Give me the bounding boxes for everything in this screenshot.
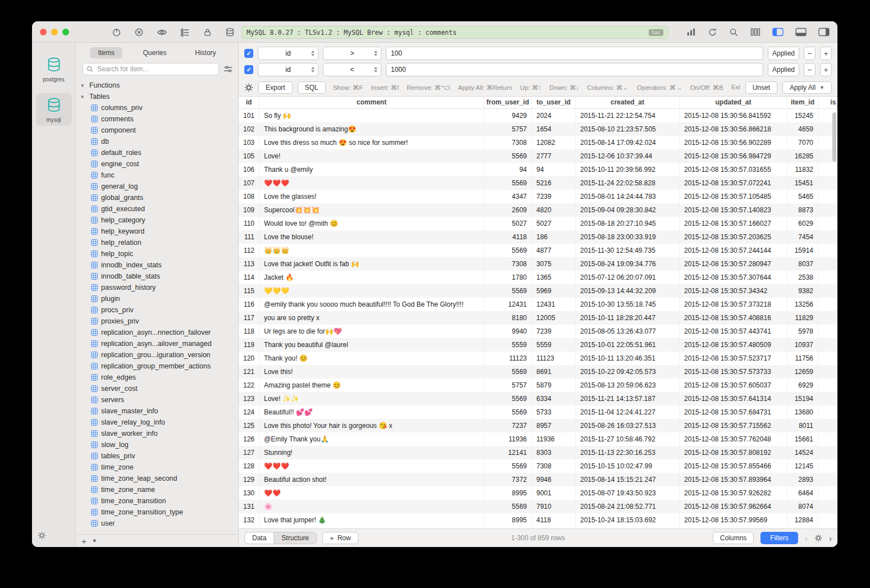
- cell-comment[interactable]: Supercool💥💥💥: [259, 203, 484, 217]
- cell-to_user_id[interactable]: 4118: [532, 513, 576, 527]
- sidebar-table-item[interactable]: plugin: [76, 293, 238, 304]
- cell-item_id[interactable]: 4659: [787, 122, 818, 136]
- close-window-button[interactable]: [40, 29, 47, 35]
- cell-item_id[interactable]: 6929: [787, 379, 818, 392]
- cell-to_user_id[interactable]: 5879: [532, 379, 576, 392]
- sidebar-table-item[interactable]: user: [76, 518, 238, 529]
- cell-updated_at[interactable]: 2015-12-08 15:30:57.166027: [680, 217, 787, 230]
- cell-id[interactable]: 106: [239, 163, 259, 176]
- next-page-icon[interactable]: ›: [829, 534, 832, 543]
- cell-updated_at[interactable]: 2015-12-08 15:30:56.902289: [680, 136, 787, 149]
- cell-is_[interactable]: [818, 284, 837, 298]
- remove-filter-button[interactable]: −: [804, 47, 816, 60]
- cell-comment[interactable]: Love this!: [259, 365, 484, 379]
- cell-created_at[interactable]: 2015-11-13 22:30:16.253: [576, 446, 680, 459]
- tab-history[interactable]: History: [187, 47, 224, 58]
- cell-updated_at[interactable]: 2015-12-08 15:30:57.573733: [680, 365, 787, 379]
- cell-updated_at[interactable]: 2015-12-08 15:30:57.031655: [680, 163, 787, 176]
- structure-tab[interactable]: Structure: [274, 532, 316, 544]
- cell-id[interactable]: 125: [239, 419, 259, 432]
- cell-comment[interactable]: @emily thank you soooo much beautiful!!!…: [259, 298, 484, 311]
- cell-item_id[interactable]: 10937: [787, 338, 818, 352]
- cell-item_id[interactable]: 8011: [787, 419, 818, 432]
- cell-id[interactable]: 121: [239, 365, 259, 379]
- cell-to_user_id[interactable]: 7239: [532, 190, 576, 203]
- sidebar-table-item[interactable]: component: [76, 125, 238, 136]
- cell-to_user_id[interactable]: 11123: [532, 352, 576, 365]
- cell-to_user_id[interactable]: 5733: [532, 405, 576, 419]
- cell-item_id[interactable]: 11756: [787, 352, 818, 365]
- cell-created_at[interactable]: 2015-08-07 19:43:50.923: [576, 486, 680, 500]
- cell-from_user_id[interactable]: 12141: [484, 446, 532, 459]
- add-item-icon[interactable]: +: [81, 537, 86, 545]
- cell-created_at[interactable]: 2015-11-21 14:13:57.187: [576, 392, 680, 405]
- sidebar-table-item[interactable]: gtid_executed: [76, 203, 238, 215]
- data-tab[interactable]: Data: [245, 532, 274, 544]
- cell-id[interactable]: 123: [239, 392, 259, 405]
- cell-created_at[interactable]: 2015-08-24 19:09:34.776: [576, 257, 680, 271]
- cell-comment[interactable]: @Emily Thank you🙏: [259, 432, 484, 446]
- sidebar-table-item[interactable]: slave_master_info: [76, 405, 238, 417]
- cell-item_id[interactable]: 6029: [787, 217, 818, 230]
- cell-item_id[interactable]: 6464: [787, 486, 818, 500]
- cell-to_user_id[interactable]: 1365: [532, 271, 576, 284]
- cell-from_user_id[interactable]: 94: [484, 163, 532, 176]
- cell-updated_at[interactable]: 2015-12-08 15:30:57.34342: [680, 284, 787, 298]
- cell-item_id[interactable]: 9382: [787, 284, 818, 298]
- cell-id[interactable]: 109: [239, 203, 259, 217]
- cell-item_id[interactable]: 5465: [787, 190, 818, 203]
- cell-comment[interactable]: ❤️❤️: [259, 486, 484, 500]
- cell-to_user_id[interactable]: 8957: [532, 419, 576, 432]
- cell-id[interactable]: 132: [239, 513, 259, 527]
- cell-id[interactable]: 105: [239, 149, 259, 163]
- sidebar-table-item[interactable]: proxies_priv: [76, 316, 238, 327]
- cell-id[interactable]: 113: [239, 257, 259, 271]
- cell-from_user_id[interactable]: 5569: [484, 244, 532, 257]
- cell-item_id[interactable]: 2893: [787, 473, 818, 486]
- cell-comment[interactable]: So fly 🙌: [259, 109, 484, 122]
- cell-created_at[interactable]: 2015-11-30 12:54:49.735: [576, 244, 680, 257]
- cell-created_at[interactable]: 2015-08-13 20:59:06.623: [576, 379, 680, 392]
- power-icon[interactable]: [112, 28, 121, 37]
- eye-icon[interactable]: [157, 28, 167, 37]
- cell-updated_at[interactable]: 2015-12-08 15:30:57.523717: [680, 352, 787, 365]
- cell-from_user_id[interactable]: 5569: [484, 405, 532, 419]
- cell-item_id[interactable]: 15245: [787, 109, 818, 122]
- sidebar-table-item[interactable]: replication_asyn...nnection_failover: [76, 327, 238, 338]
- search-icon[interactable]: [729, 28, 739, 37]
- cell-updated_at[interactable]: 2015-12-08 15:30:57.072241: [680, 176, 787, 190]
- cell-from_user_id[interactable]: 11936: [484, 432, 532, 446]
- cell-from_user_id[interactable]: 5569: [484, 284, 532, 298]
- cell-updated_at[interactable]: 2015-12-08 15:30:57.99569: [680, 513, 787, 527]
- cell-id[interactable]: 131: [239, 500, 259, 513]
- cell-created_at[interactable]: 2015-11-27 10:58:46.792: [576, 432, 680, 446]
- chevron-down-icon[interactable]: ▼: [92, 538, 97, 544]
- tab-items[interactable]: Items: [90, 47, 122, 58]
- sidebar-table-item[interactable]: help_category: [76, 215, 238, 226]
- cell-id[interactable]: 124: [239, 405, 259, 419]
- cell-id[interactable]: 128: [239, 459, 259, 473]
- cell-comment[interactable]: Ur legs are to die for🙌💖: [259, 325, 484, 338]
- cell-to_user_id[interactable]: 1654: [532, 122, 576, 136]
- cell-comment[interactable]: Would love to! @mith 😊: [259, 217, 484, 230]
- column-header-from_user_id[interactable]: from_user_id: [484, 97, 532, 109]
- sidebar-table-item[interactable]: slow_log: [76, 439, 238, 450]
- cell-from_user_id[interactable]: 9429: [484, 109, 532, 122]
- toggle-bottom-panel-icon[interactable]: [795, 28, 807, 37]
- column-header-updated_at[interactable]: updated_at: [680, 97, 787, 109]
- cell-item_id[interactable]: 8037: [787, 257, 818, 271]
- cell-id[interactable]: 101: [239, 109, 259, 122]
- filter-operator-select[interactable]: <: [323, 63, 381, 76]
- column-header-created_at[interactable]: created_at: [576, 97, 680, 109]
- sidebar-table-item[interactable]: help_keyword: [76, 226, 238, 237]
- cell-updated_at[interactable]: 2015-12-08 15:30:56.841592: [680, 109, 787, 122]
- cell-created_at[interactable]: 2015-10-24 18:15:03.692: [576, 513, 680, 527]
- cell-is_[interactable]: [818, 176, 837, 190]
- cell-updated_at[interactable]: 2015-12-08 15:30:57.762048: [680, 432, 787, 446]
- sidebar-search[interactable]: [83, 63, 219, 75]
- remove-filter-button[interactable]: −: [804, 63, 816, 76]
- cell-comment[interactable]: Beautiful!! 💕💕: [259, 405, 484, 419]
- cell-id[interactable]: 115: [239, 284, 259, 298]
- add-filter-button[interactable]: +: [820, 47, 832, 60]
- cell-item_id[interactable]: 11832: [787, 163, 818, 176]
